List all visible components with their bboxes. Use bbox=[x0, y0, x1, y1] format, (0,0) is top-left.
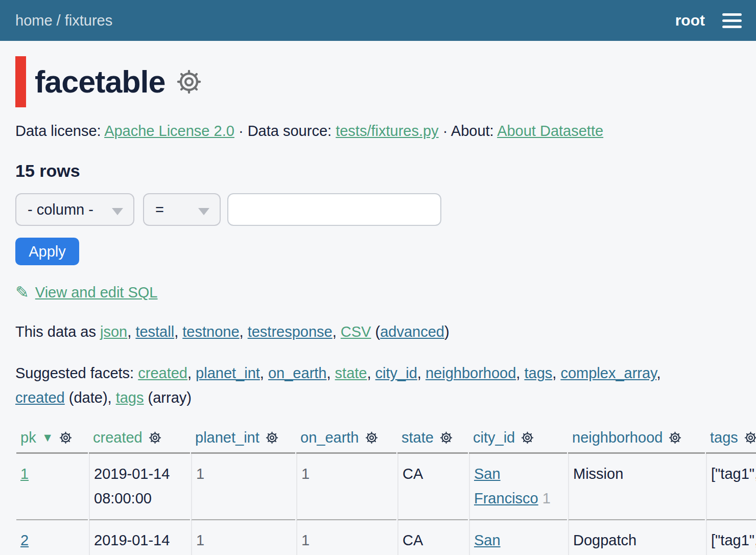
export-link-advanced[interactable]: advanced bbox=[380, 323, 444, 340]
comma: , bbox=[187, 365, 196, 381]
table-row: 2 2019-01-14 08:00:00 1 1 CA San Francis… bbox=[16, 520, 756, 555]
cell-created: 2019-01-14 08:00:00 bbox=[89, 520, 190, 555]
cell-value: 1 bbox=[301, 532, 310, 548]
row-count-heading: 15 rows bbox=[15, 161, 741, 181]
breadcrumb-fixtures-link[interactable]: fixtures bbox=[65, 12, 112, 29]
column-header-neighborhood-link[interactable]: neighborhood bbox=[572, 429, 663, 446]
facet-link-created-date[interactable]: created bbox=[15, 389, 65, 406]
city-link[interactable]: San Francisco bbox=[474, 466, 538, 506]
suggested-facets-line: Suggested facets: created, planet_int, o… bbox=[15, 361, 741, 410]
column-header-on-earth: on_earth bbox=[296, 427, 396, 454]
source-link[interactable]: tests/fixtures.py bbox=[336, 123, 438, 139]
facet-link-city-id[interactable]: city_id bbox=[375, 365, 417, 381]
dot-separator: · bbox=[443, 123, 448, 139]
comma: , bbox=[516, 365, 524, 381]
comma: , bbox=[127, 323, 135, 340]
sort-desc-icon: ▼ bbox=[42, 431, 54, 445]
comma: , bbox=[333, 323, 341, 340]
column-header-pk: pk ▼ bbox=[16, 427, 88, 454]
sql-line: ✎ View and edit SQL bbox=[15, 283, 741, 302]
column-gear-icon[interactable] bbox=[265, 431, 279, 445]
export-prefix: This data as bbox=[15, 323, 96, 340]
export-links-line: This data as json, testall, testnone, te… bbox=[15, 323, 741, 340]
column-header-on-earth-link[interactable]: on_earth bbox=[300, 429, 359, 446]
facet-link-complex-array[interactable]: complex_array bbox=[560, 365, 656, 381]
cell-value: 1 bbox=[301, 466, 310, 482]
red-accent-bar bbox=[15, 56, 26, 107]
cell-value: 1 bbox=[196, 532, 204, 548]
filter-row: - column - = bbox=[15, 193, 741, 226]
paren: ) bbox=[444, 323, 450, 340]
facet-link-created[interactable]: created bbox=[138, 365, 187, 381]
table-header-row: pk ▼ created planet_int bbox=[16, 427, 756, 454]
apply-button[interactable]: Apply bbox=[15, 238, 79, 265]
cell-value: ["tag1", "tag3"] bbox=[711, 532, 756, 548]
export-link-testall[interactable]: testall bbox=[135, 323, 174, 340]
export-link-csv[interactable]: CSV bbox=[341, 323, 371, 340]
chevron-down-icon bbox=[198, 208, 209, 215]
cell-city-id: San Francisco 1 bbox=[469, 454, 567, 520]
row-pk-link[interactable]: 1 bbox=[20, 466, 29, 482]
facet-suffix: (array) bbox=[144, 389, 192, 406]
column-gear-icon[interactable] bbox=[148, 431, 162, 445]
breadcrumb-separator: / bbox=[57, 12, 65, 29]
cell-tags: ["tag1", "tag3"] bbox=[706, 520, 756, 555]
cell-tags: ["tag1", "tag2"] bbox=[706, 454, 756, 520]
data-table-wrap: pk ▼ created planet_int bbox=[15, 427, 756, 555]
facet-link-tags[interactable]: tags bbox=[524, 365, 552, 381]
metadata-line: Data license: Apache License 2.0 · Data … bbox=[15, 123, 741, 140]
facet-link-planet-int[interactable]: planet_int bbox=[196, 365, 260, 381]
cell-city-id: San Francisco 1 bbox=[469, 520, 567, 555]
export-link-json[interactable]: json bbox=[100, 323, 127, 340]
column-header-pk-link[interactable]: pk bbox=[20, 429, 36, 446]
column-gear-icon[interactable] bbox=[521, 431, 534, 445]
cell-created: 2019-01-14 08:00:00 bbox=[89, 454, 190, 520]
foreign-key-raw-value: 1 bbox=[542, 490, 551, 506]
city-link[interactable]: San Francisco bbox=[474, 532, 538, 555]
filter-operator-select-value: = bbox=[155, 201, 164, 218]
export-link-testnone[interactable]: testnone bbox=[182, 323, 239, 340]
row-pk-link[interactable]: 2 bbox=[20, 532, 29, 548]
column-gear-icon[interactable] bbox=[668, 431, 682, 445]
column-header-city-id-link[interactable]: city_id bbox=[473, 429, 515, 446]
column-gear-icon[interactable] bbox=[744, 431, 756, 445]
comma: , bbox=[552, 365, 560, 381]
column-header-tags-link[interactable]: tags bbox=[710, 429, 738, 446]
filter-operator-select[interactable]: = bbox=[143, 193, 221, 226]
hamburger-bar bbox=[722, 13, 742, 16]
chevron-down-icon bbox=[112, 208, 123, 215]
view-edit-sql-link[interactable]: View and edit SQL bbox=[35, 284, 158, 301]
column-gear-icon[interactable] bbox=[439, 431, 453, 445]
cell-planet-int: 1 bbox=[191, 454, 295, 520]
page-title-row: facetable bbox=[15, 56, 741, 107]
filter-column-select-value: - column - bbox=[28, 201, 93, 218]
cell-neighborhood: Dogpatch bbox=[568, 520, 705, 555]
facet-link-on-earth[interactable]: on_earth bbox=[268, 365, 327, 381]
facet-link-tags-array[interactable]: tags bbox=[116, 389, 144, 406]
breadcrumb-home-link[interactable]: home bbox=[15, 12, 53, 29]
column-header-state-link[interactable]: state bbox=[401, 429, 434, 446]
comma: , bbox=[326, 365, 335, 381]
column-header-created-link[interactable]: created bbox=[93, 429, 143, 446]
hamburger-menu-icon[interactable] bbox=[722, 13, 742, 28]
facet-link-neighborhood[interactable]: neighborhood bbox=[426, 365, 516, 381]
comma: , bbox=[656, 365, 660, 381]
facet-suffix: (date) bbox=[65, 389, 108, 406]
column-header-planet-int-link[interactable]: planet_int bbox=[195, 429, 259, 446]
export-link-testresponse[interactable]: testresponse bbox=[248, 323, 333, 340]
logged-in-user[interactable]: root bbox=[675, 12, 705, 29]
cell-value: ["tag1", "tag2"] bbox=[711, 466, 756, 482]
license-link[interactable]: Apache License 2.0 bbox=[104, 123, 234, 139]
filter-column-select[interactable]: - column - bbox=[15, 193, 134, 226]
page-title: facetable bbox=[35, 64, 165, 100]
top-nav: home / fixtures root bbox=[0, 0, 756, 41]
about-link[interactable]: About Datasette bbox=[497, 123, 603, 139]
facet-link-state[interactable]: state bbox=[335, 365, 367, 381]
table-settings-gear-icon[interactable] bbox=[175, 68, 203, 96]
column-gear-icon[interactable] bbox=[365, 431, 379, 445]
hamburger-bar bbox=[722, 26, 742, 28]
column-gear-icon[interactable] bbox=[59, 431, 73, 445]
data-table: pk ▼ created planet_int bbox=[15, 427, 756, 555]
filter-value-input[interactable] bbox=[227, 193, 441, 226]
facets-prefix: Suggested facets: bbox=[15, 365, 134, 381]
